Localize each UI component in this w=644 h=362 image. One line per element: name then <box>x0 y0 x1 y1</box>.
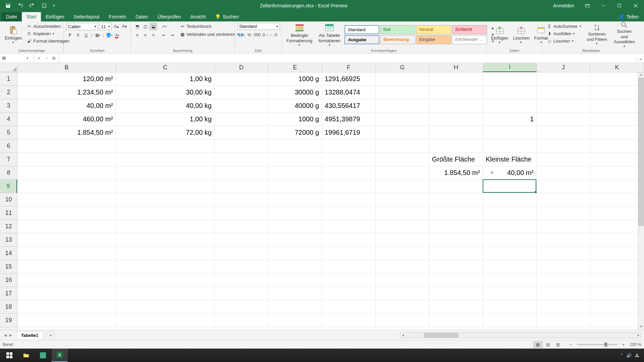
cell-I2[interactable] <box>483 86 537 99</box>
cell-K6[interactable] <box>590 139 644 153</box>
cell-I4[interactable]: 1 <box>483 113 537 126</box>
cell-C1[interactable]: 1,00 kg <box>116 72 215 86</box>
cell-K19[interactable] <box>590 314 644 327</box>
cell-J13[interactable] <box>537 233 590 247</box>
cell-H3[interactable] <box>429 99 483 113</box>
cell-C2[interactable]: 30,00 kg <box>116 86 215 99</box>
cell-I9[interactable] <box>483 180 537 193</box>
italic-button[interactable]: K <box>74 32 82 39</box>
cell-E11[interactable] <box>268 206 322 220</box>
zoom-level[interactable]: 200 % <box>630 342 641 347</box>
cell-D3[interactable] <box>215 99 268 113</box>
cell-C6[interactable] <box>116 139 215 153</box>
cell-G12[interactable] <box>376 220 429 233</box>
cell-K17[interactable] <box>590 287 644 300</box>
col-header-G[interactable]: G <box>376 63 429 72</box>
row-header-2[interactable]: 2 <box>0 86 17 99</box>
col-header-E[interactable]: E <box>268 63 322 72</box>
tray-chevron-icon[interactable]: ˄ <box>621 353 623 358</box>
borders-button[interactable]: ▦▾ <box>94 32 101 39</box>
cell-B19[interactable] <box>17 314 116 327</box>
cell-C17[interactable] <box>116 287 215 300</box>
align-top-icon[interactable]: ⬒ <box>133 23 141 30</box>
cell-I13[interactable] <box>483 233 537 247</box>
cell-J17[interactable] <box>537 287 590 300</box>
cell-I12[interactable] <box>483 220 537 233</box>
cell-C4[interactable]: 1,00 kg <box>116 113 215 126</box>
cell-H11[interactable] <box>429 206 483 220</box>
increase-decimal-icon[interactable]: .0→ <box>262 31 269 39</box>
taskbar-app-icon[interactable] <box>35 349 51 362</box>
cell-J6[interactable] <box>537 139 590 153</box>
row-header-10[interactable]: 10 <box>0 193 17 206</box>
cell-B14[interactable] <box>17 247 116 260</box>
cell-B11[interactable] <box>17 206 116 220</box>
row-header-11[interactable]: 11 <box>0 206 17 220</box>
autosum-button[interactable]: ΣAutoSumme▾ <box>545 23 583 29</box>
cell-H14[interactable] <box>429 247 483 260</box>
cell-E18[interactable] <box>268 300 322 314</box>
normal-view-icon[interactable]: ▦ <box>533 341 543 348</box>
excel-taskbar-icon[interactable]: X <box>52 349 68 362</box>
cell-D5[interactable] <box>215 126 268 139</box>
row-header-15[interactable]: 15 <box>0 260 17 274</box>
file-explorer-icon[interactable] <box>18 349 34 362</box>
style-berechnung[interactable]: Berechnung <box>380 35 415 44</box>
cell-B7[interactable] <box>17 153 116 166</box>
style-standard[interactable]: Standard <box>344 25 379 34</box>
merge-center-button[interactable]: ▦Verbinden und zentrieren▾ <box>178 31 240 38</box>
tab-datei[interactable]: Datei <box>1 12 22 21</box>
name-box-dropdown-icon[interactable]: ▾ <box>24 56 30 60</box>
cell-F11[interactable] <box>322 206 376 220</box>
fill-button[interactable]: ⬇Ausfüllen▾ <box>545 30 583 37</box>
cell-E8[interactable] <box>268 166 322 180</box>
delete-cells-button[interactable]: Löschen▾ <box>511 23 531 46</box>
sheet-tab-1[interactable]: Tabelle1 <box>16 331 43 339</box>
zoom-out-icon[interactable]: − <box>567 341 574 348</box>
cell-C10[interactable] <box>116 193 215 206</box>
cell-G14[interactable] <box>376 247 429 260</box>
cell-I3[interactable] <box>483 99 537 113</box>
col-header-H[interactable]: H <box>429 63 483 72</box>
name-box[interactable]: ▾ <box>0 54 34 63</box>
cell-B3[interactable]: 40,00 m² <box>17 99 116 113</box>
cell-E3[interactable]: 40000 g <box>268 99 322 113</box>
clear-button[interactable]: ◇Löschen▾ <box>545 38 583 44</box>
cell-G10[interactable] <box>376 193 429 206</box>
tab-ueberpruefen[interactable]: Überprüfen <box>153 12 185 21</box>
cell-B9[interactable] <box>17 180 116 193</box>
scroll-up-icon[interactable]: ▴ <box>638 72 644 78</box>
cell-G17[interactable] <box>376 287 429 300</box>
sheet-nav-next-icon[interactable]: ▸ <box>9 332 12 338</box>
qat-customize-icon[interactable]: ▾ <box>51 1 56 11</box>
increase-indent-icon[interactable]: ⇥ <box>168 32 176 39</box>
col-header-B[interactable]: B <box>17 63 116 72</box>
cell-D14[interactable] <box>215 247 268 260</box>
cell-E15[interactable] <box>268 260 322 274</box>
cell-G9[interactable] <box>376 180 429 193</box>
vertical-scrollbar[interactable]: ▴ ▾ <box>638 72 644 330</box>
cell-D19[interactable] <box>215 314 268 327</box>
cell-G11[interactable] <box>376 206 429 220</box>
paste-button[interactable]: Einfügen▾ <box>3 23 24 46</box>
cell-D17[interactable] <box>215 287 268 300</box>
cell-B13[interactable] <box>17 233 116 247</box>
cell-F13[interactable] <box>322 233 376 247</box>
cell-K3[interactable] <box>590 99 644 113</box>
hscroll-left-icon[interactable]: ◂ <box>400 333 406 337</box>
find-select-button[interactable]: Suchen und Auswählen▾ <box>611 23 637 46</box>
cell-G19[interactable] <box>376 314 429 327</box>
tab-seitenlayout[interactable]: Seitenlayout <box>69 12 104 21</box>
cell-F10[interactable] <box>322 193 376 206</box>
cell-E14[interactable] <box>268 247 322 260</box>
fill-color-button[interactable]: 🪣▾ <box>105 32 113 39</box>
cell-K12[interactable] <box>590 220 644 233</box>
cell-E17[interactable] <box>268 287 322 300</box>
font-color-button[interactable]: A▾ <box>113 32 121 39</box>
row-header-7[interactable]: 7 <box>0 153 17 166</box>
hscroll-right-icon[interactable]: ▸ <box>636 333 641 337</box>
undo-icon[interactable] <box>15 1 25 11</box>
cell-J18[interactable] <box>537 300 590 314</box>
tab-ansicht[interactable]: Ansicht <box>185 12 210 21</box>
cell-E16[interactable] <box>268 274 322 287</box>
